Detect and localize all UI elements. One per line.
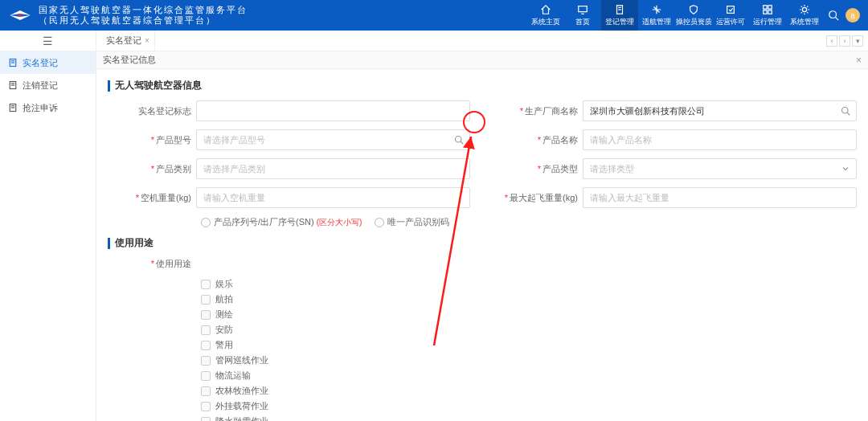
nav-label: 系统管理	[790, 17, 819, 27]
nav-label: 操控员资质	[676, 17, 712, 27]
usage-checkbox[interactable]: 物流运输	[201, 370, 857, 382]
svg-line-13	[836, 18, 839, 21]
sidebar-item[interactable]: 注销登记	[0, 74, 96, 96]
avatar[interactable]: a	[845, 8, 860, 22]
placeholder-text: 请选择产品型号	[203, 134, 265, 146]
label-empty-weight: 空机重量(kg)	[108, 192, 196, 204]
product-model-input[interactable]: 请选择产品型号	[196, 129, 470, 150]
placeholder-text: 请选择类型	[590, 163, 634, 175]
close-icon[interactable]: ×	[145, 36, 149, 45]
monitor-icon	[577, 4, 588, 15]
chevron-down-icon[interactable]	[840, 163, 851, 174]
nav-item[interactable]: 首页	[564, 0, 601, 31]
reg-mark-input[interactable]	[196, 100, 470, 121]
sidebar-item-label: 抢注申诉	[23, 102, 58, 114]
sidebar-item-label: 注销登记	[23, 80, 58, 92]
section-title-usage: 使用用途	[108, 236, 857, 250]
usage-checkbox[interactable]: 管网巡线作业	[201, 354, 857, 366]
usage-checkbox[interactable]: 降水融雪作业	[201, 415, 857, 421]
nav-item[interactable]: 适航管理	[638, 0, 675, 31]
usage-option-label: 航拍	[215, 293, 233, 305]
search-icon[interactable]	[828, 10, 839, 21]
doc-icon	[8, 80, 18, 90]
shield-icon	[688, 4, 699, 15]
placeholder-text: 请选择产品类别	[203, 163, 265, 175]
product-name-input[interactable]: 请输入产品名称	[583, 129, 857, 150]
label-usage: 使用用途	[108, 258, 196, 270]
home-icon	[540, 4, 551, 15]
empty-weight-input[interactable]: 请输入空机重量	[196, 187, 470, 208]
usage-checkbox[interactable]: 航拍	[201, 293, 857, 305]
label-category: 产品类别	[108, 163, 196, 175]
nav-item[interactable]: 运行管理	[749, 0, 786, 31]
usage-option-label: 降水融雪作业	[215, 415, 268, 421]
sidebar-collapse-button[interactable]: ☰	[0, 31, 96, 51]
search-icon[interactable]	[453, 134, 465, 145]
tab-menu-button[interactable]: ▾	[852, 35, 863, 47]
checkbox-icon	[201, 280, 211, 289]
nav-label: 系统主页	[531, 17, 560, 27]
svg-point-0	[18, 14, 22, 17]
nav-item[interactable]: 登记管理	[601, 0, 638, 31]
label-mtow: 最大起飞重量(kg)	[494, 192, 583, 204]
tab-label: 实名登记	[106, 35, 141, 47]
manufacturer-value: 深圳市大疆创新科技有限公司	[590, 105, 705, 117]
search-icon[interactable]	[840, 105, 851, 116]
checkbox-icon	[201, 295, 211, 305]
usage-option-label: 娱乐	[215, 278, 233, 290]
product-category-select[interactable]: 请选择产品类别	[196, 158, 470, 179]
nav-label: 运营许可	[716, 17, 745, 27]
placeholder-text: 请输入空机重量	[203, 192, 265, 204]
placeholder-text: 请输入产品名称	[590, 134, 652, 146]
close-icon[interactable]: ×	[856, 55, 862, 66]
doc-icon	[8, 103, 18, 112]
placeholder-text: 请输入最大起飞重量	[590, 192, 669, 204]
svg-rect-7	[764, 5, 767, 8]
nav-label: 适航管理	[642, 17, 671, 27]
nav-item[interactable]: 操控员资质	[675, 0, 712, 31]
tab-realname-register[interactable]: 实名登记 ×	[101, 31, 155, 51]
nav-item[interactable]: 系统管理	[786, 0, 823, 31]
checkbox-icon	[201, 402, 211, 411]
checkbox-icon	[201, 310, 211, 320]
radio-sn[interactable]: 产品序列号/出厂序号(SN) (区分大小写)	[201, 216, 362, 228]
usage-checkbox[interactable]: 测绘	[201, 309, 857, 321]
usage-checkbox[interactable]: 娱乐	[201, 278, 857, 290]
sidebar-item[interactable]: 抢注申诉	[0, 96, 96, 119]
usage-option-label: 安防	[215, 324, 233, 336]
sidebar-item-label: 实名登记	[23, 57, 58, 69]
label-reg-mark: 实名登记标志	[108, 105, 196, 117]
radio-uid[interactable]: 唯一产品识别码	[375, 216, 449, 228]
usage-option-label: 外挂载荷作业	[215, 400, 268, 412]
label-type: 产品类型	[494, 163, 583, 175]
checkbox-icon	[201, 371, 211, 381]
nav-item[interactable]: 系统主页	[527, 0, 564, 31]
tab-prev-button[interactable]: ‹	[826, 35, 837, 47]
svg-point-12	[829, 11, 837, 18]
sidebar-item[interactable]: 实名登记	[0, 51, 96, 74]
breadcrumb: 实名登记信息	[103, 54, 156, 66]
section-title-aircraft: 无人驾驶航空器信息	[108, 79, 857, 92]
usage-option-label: 管网巡线作业	[215, 354, 268, 366]
usage-checkbox[interactable]: 农林牧渔作业	[201, 385, 857, 397]
nav-label: 首页	[575, 17, 590, 27]
checkbox-icon	[201, 417, 211, 422]
usage-checkbox[interactable]: 安防	[201, 324, 857, 336]
grid-icon	[762, 4, 773, 15]
svg-line-24	[847, 112, 850, 115]
product-type-select[interactable]: 请选择类型	[583, 158, 857, 179]
svg-rect-6	[727, 6, 735, 13]
label-product-name: 产品名称	[494, 134, 583, 146]
usage-checkbox[interactable]: 外挂载荷作业	[201, 400, 857, 412]
app-title-2: （民用无人驾驶航空器综合管理平台）	[39, 15, 248, 26]
usage-option-label: 测绘	[215, 309, 233, 321]
usage-option-label: 警用	[215, 339, 233, 351]
nav-item[interactable]: 运营许可	[712, 0, 749, 31]
svg-rect-1	[579, 6, 588, 11]
app-title-1: 国家无人驾驶航空器一体化综合监管服务平台	[39, 5, 248, 15]
usage-checkbox[interactable]: 警用	[201, 339, 857, 351]
svg-point-11	[802, 7, 806, 11]
tab-next-button[interactable]: ›	[839, 35, 850, 47]
mtow-input[interactable]: 请输入最大起飞重量	[583, 187, 857, 208]
manufacturer-input[interactable]: 深圳市大疆创新科技有限公司	[583, 100, 857, 121]
